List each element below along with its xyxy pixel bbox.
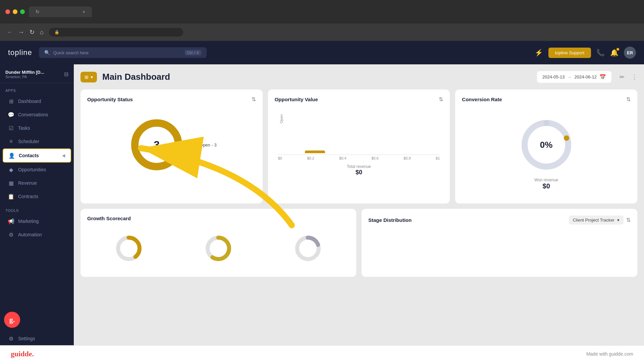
automation-icon: ⚙ bbox=[8, 232, 14, 238]
sidebar-bottom: g. bbox=[0, 308, 74, 332]
sidebar-label-marketing: Marketing bbox=[18, 219, 39, 224]
conversion-percentage: 0% bbox=[540, 140, 553, 150]
grid-icon: ⊞ bbox=[85, 74, 89, 80]
x-label-1: $0.2 bbox=[307, 156, 314, 160]
won-revenue-label: Won revenue bbox=[534, 178, 558, 182]
growth-donuts bbox=[87, 227, 350, 270]
dashboard-view-toggle[interactable]: ⊞ ▾ bbox=[80, 72, 97, 82]
maximize-button[interactable] bbox=[20, 9, 25, 14]
header-actions: ⚡ topline Support 📞 🔔 ER bbox=[535, 47, 636, 59]
filter-icon-status[interactable]: ⇅ bbox=[252, 96, 256, 103]
growth-scorecard-widget: Growth Scorecard bbox=[80, 209, 356, 277]
legend-item-open: Open - 3 bbox=[194, 142, 217, 147]
sidebar-toggle[interactable]: ⊟ bbox=[64, 71, 68, 77]
widget-header-growth: Growth Scorecard bbox=[87, 216, 350, 221]
search-icon: 🔍 bbox=[44, 50, 50, 55]
scheduler-icon: ≡ bbox=[8, 138, 14, 144]
stage-header: Stage Distribution Client Project Tracke… bbox=[368, 216, 631, 225]
conversion-summary: Won revenue $0 bbox=[534, 178, 558, 190]
growth-donut-3 bbox=[293, 233, 323, 263]
more-options-icon[interactable]: ⋮ bbox=[631, 73, 637, 81]
bar-chart-canvas: Open bbox=[278, 111, 440, 155]
close-button[interactable] bbox=[5, 9, 10, 14]
sidebar-item-tasks[interactable]: ☑ Tasks bbox=[3, 122, 71, 134]
contacts-collapse-arrow: ◀ bbox=[62, 153, 65, 158]
reload-button[interactable]: ↻ bbox=[30, 28, 35, 36]
stage-dropdown[interactable]: Client Project Tracker ▾ bbox=[569, 216, 624, 225]
growth-donut-1 bbox=[114, 233, 144, 263]
dashboard-icon: ⊞ bbox=[8, 98, 14, 104]
minimize-button[interactable] bbox=[13, 9, 17, 14]
svg-point-4 bbox=[564, 135, 569, 141]
window-controls bbox=[5, 9, 25, 14]
app-header: topline 🔍 Quick search here Ctrl + K ⚡ t… bbox=[0, 41, 644, 64]
sidebar-item-dashboard[interactable]: ⊞ Dashboard bbox=[3, 95, 71, 108]
small-donut-svg-1 bbox=[114, 233, 144, 263]
widgets-row-1: Opportunity Status ⇅ 3 bbox=[80, 89, 637, 203]
phone-icon[interactable]: 📞 bbox=[596, 49, 605, 57]
date-to: 2024-06-12 bbox=[575, 74, 597, 79]
sidebar-label-contracts: Contracts bbox=[18, 194, 38, 199]
filter-icon-conversion[interactable]: ⇅ bbox=[626, 96, 631, 103]
sidebar-label-opportunities: Opportunities bbox=[18, 167, 46, 172]
address-bar[interactable]: 🔒 bbox=[49, 28, 183, 37]
search-placeholder: Quick search here bbox=[53, 50, 89, 55]
status-chart-area: 3 Open - 3 bbox=[87, 108, 256, 182]
app-logo: topline bbox=[8, 48, 32, 57]
sidebar-label-contacts: Contacts bbox=[19, 153, 39, 158]
calendar-icon[interactable]: 📅 bbox=[599, 74, 606, 80]
sidebar-item-contacts[interactable]: 👤 Contacts ◀ bbox=[3, 148, 71, 163]
user-avatar[interactable]: ER bbox=[624, 47, 636, 59]
notification-bell[interactable]: 🔔 bbox=[610, 49, 619, 57]
browser-chrome: ↻ + bbox=[0, 0, 644, 23]
sidebar-item-marketing[interactable]: 📢 Marketing bbox=[3, 215, 71, 228]
total-revenue-label: Total revenue bbox=[278, 164, 440, 169]
search-shortcut: Ctrl + K bbox=[185, 50, 201, 55]
x-label-3: $0.6 bbox=[371, 156, 378, 160]
tab-reload-icon[interactable]: ↻ bbox=[36, 9, 40, 14]
edit-icon[interactable]: ✏ bbox=[620, 73, 625, 81]
footer: guidde. Made with guidde.com bbox=[0, 345, 644, 362]
x-axis-labels: $0 $0.2 $0.4 $0.6 $0.8 $1 bbox=[278, 155, 440, 160]
widgets-row-2: Growth Scorecard bbox=[80, 209, 637, 277]
browser-tab[interactable]: ↻ + bbox=[29, 6, 92, 17]
sidebar-item-revenue[interactable]: ▦ Revenue bbox=[3, 177, 71, 189]
dropdown-chevron: ▾ bbox=[617, 218, 620, 223]
contacts-icon: 👤 bbox=[9, 153, 15, 159]
support-button[interactable]: topline Support bbox=[548, 48, 591, 58]
small-donut-svg-3 bbox=[293, 233, 323, 263]
status-donut-wrap: 3 bbox=[126, 115, 187, 175]
search-bar[interactable]: 🔍 Quick search here Ctrl + K bbox=[39, 47, 207, 58]
lightning-icon[interactable]: ⚡ bbox=[535, 49, 543, 57]
home-button[interactable]: ⌂ bbox=[40, 29, 44, 36]
widget-title-stage: Stage Distribution bbox=[368, 217, 412, 223]
sidebar-item-opportunities[interactable]: ◆ Opportunities bbox=[3, 163, 71, 176]
company-location: Scranton, PA bbox=[5, 75, 44, 79]
forward-button[interactable]: → bbox=[18, 29, 24, 36]
dropdown-label: Client Project Tracker bbox=[573, 218, 614, 223]
conversion-donut-wrap: 0% bbox=[516, 115, 577, 175]
filter-icon-value[interactable]: ⇅ bbox=[439, 96, 443, 103]
sidebar-item-scheduler[interactable]: ≡ Scheduler bbox=[3, 135, 71, 148]
revenue-icon: ▦ bbox=[8, 180, 14, 186]
sidebar-label-conversations: Conversations bbox=[18, 112, 48, 117]
back-button[interactable]: ← bbox=[7, 29, 13, 36]
sidebar-item-contracts[interactable]: 📋 Contracts bbox=[3, 190, 71, 203]
won-revenue-value: $0 bbox=[534, 182, 558, 190]
sidebar-item-conversations[interactable]: 💬 Conversations bbox=[3, 108, 71, 121]
x-label-5: $1 bbox=[436, 156, 440, 160]
guidde-logo: guidde. bbox=[11, 350, 34, 358]
value-chart-area: Open $0 $0.2 $0.4 $0.6 $0.8 $1 bbox=[275, 108, 443, 179]
y-axis-label: Open bbox=[279, 114, 283, 123]
filter-icon-stage[interactable]: ⇅ bbox=[626, 217, 631, 223]
widget-title-value: Opportunity Value bbox=[275, 97, 318, 102]
tab-add-icon[interactable]: + bbox=[83, 9, 85, 14]
sidebar-label-scheduler: Scheduler bbox=[18, 139, 39, 144]
guidde-avatar: g. bbox=[4, 312, 20, 328]
sidebar-item-automation[interactable]: ⚙ Automation bbox=[3, 228, 71, 241]
widget-header-value: Opportunity Value ⇅ bbox=[275, 96, 443, 103]
sidebar-item-settings[interactable]: ⚙ Settings bbox=[3, 332, 71, 345]
x-label-4: $0.8 bbox=[404, 156, 411, 160]
date-range-picker[interactable]: 2024-05-13 → 2024-06-12 📅 bbox=[537, 71, 611, 83]
legend-label-open: Open - 3 bbox=[200, 142, 217, 147]
